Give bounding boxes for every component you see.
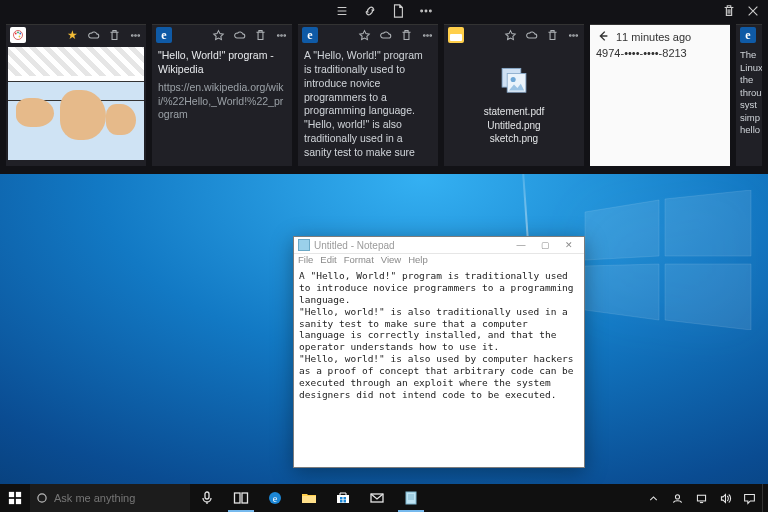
star-icon[interactable]: ★ [66, 29, 79, 42]
minimize-button[interactable]: — [510, 239, 532, 252]
notepad-title: Untitled - Notepad [314, 240, 395, 251]
svg-point-10 [19, 33, 21, 35]
edge-icon: e [302, 27, 318, 43]
svg-point-13 [135, 34, 137, 36]
svg-point-44 [675, 494, 679, 498]
svg-rect-40 [340, 500, 343, 503]
taskbar-mail[interactable] [360, 484, 394, 512]
svg-rect-43 [406, 492, 416, 504]
svg-point-4 [421, 10, 423, 12]
taskbar-edge[interactable]: e [258, 484, 292, 512]
svg-point-31 [38, 494, 46, 502]
tray-people-icon[interactable] [670, 491, 684, 505]
menu-help[interactable]: Help [408, 254, 428, 268]
star-icon[interactable] [358, 29, 371, 42]
star-icon[interactable] [504, 29, 517, 42]
taskbar: e [0, 484, 768, 512]
menu-edit[interactable]: Edit [320, 254, 336, 268]
timeline-card-recent[interactable]: 11 minutes ago 4974-••••-••••-8213 [590, 24, 730, 166]
star-icon[interactable] [212, 29, 225, 42]
svg-point-9 [17, 31, 19, 33]
timeline-card-wikipedia[interactable]: e "Hello, World!" program - Wikipedia ht… [152, 24, 292, 166]
tray-volume-icon[interactable] [718, 491, 732, 505]
delete-all-icon[interactable] [722, 4, 736, 18]
notepad-window[interactable]: Untitled - Notepad — ▢ ✕ File Edit Forma… [293, 236, 585, 468]
svg-rect-28 [16, 492, 21, 497]
svg-point-15 [277, 34, 279, 36]
timeline-cards: ★ e [0, 22, 768, 174]
edge-icon: e [156, 27, 172, 43]
delete-icon[interactable] [108, 29, 121, 42]
svg-point-17 [284, 34, 286, 36]
folder-icon [448, 27, 464, 43]
cloud-icon[interactable] [87, 29, 100, 42]
svg-marker-2 [585, 264, 659, 320]
mic-icon[interactable] [190, 484, 224, 512]
timeline-card-snippet[interactable]: e A "Hello, World!" program is tradition… [298, 24, 438, 166]
card-back-row: 11 minutes ago [590, 25, 730, 47]
notepad-titlebar[interactable]: Untitled - Notepad — ▢ ✕ [294, 237, 584, 254]
svg-rect-37 [302, 496, 316, 503]
tray-network-icon[interactable] [694, 491, 708, 505]
notepad-text[interactable]: A "Hello, World!" program is traditional… [294, 268, 584, 467]
close-timeline-icon[interactable] [746, 4, 760, 18]
wallpaper-windows-logo [575, 190, 755, 330]
card-more-icon[interactable] [567, 29, 580, 42]
new-doc-icon[interactable] [391, 4, 405, 18]
card-more-icon[interactable] [129, 29, 142, 42]
taskbar-explorer[interactable] [292, 484, 326, 512]
menu-format[interactable]: Format [344, 254, 374, 268]
taskview-button[interactable] [224, 484, 258, 512]
cortana-icon [36, 492, 48, 504]
close-button[interactable]: ✕ [558, 239, 580, 252]
svg-point-20 [430, 34, 432, 36]
menu-file[interactable]: File [298, 254, 313, 268]
svg-rect-29 [9, 499, 14, 504]
tray-chevron-icon[interactable] [646, 491, 660, 505]
svg-point-5 [425, 10, 427, 12]
svg-text:e: e [273, 493, 278, 504]
card-more-icon[interactable] [421, 29, 434, 42]
taskbar-store[interactable] [326, 484, 360, 512]
svg-rect-45 [697, 495, 705, 501]
menu-view[interactable]: View [381, 254, 401, 268]
notepad-icon [298, 239, 310, 251]
maximize-button[interactable]: ▢ [534, 239, 556, 252]
search-input[interactable] [54, 492, 174, 504]
svg-point-18 [423, 34, 425, 36]
show-desktop-button[interactable] [762, 484, 768, 512]
taskbar-search[interactable] [30, 484, 190, 512]
timeline-card-files[interactable]: statement.pdf Untitled.png sketch.png [444, 24, 584, 166]
timeline-card-paint[interactable]: ★ [6, 24, 146, 166]
more-icon[interactable] [419, 4, 433, 18]
timeline-toolbar [0, 0, 768, 22]
svg-rect-33 [235, 493, 241, 503]
card-more-icon[interactable] [275, 29, 288, 42]
list-icon[interactable] [335, 4, 349, 18]
cloud-icon[interactable] [525, 29, 538, 42]
start-button[interactable] [0, 484, 30, 512]
svg-rect-27 [9, 492, 14, 497]
card-time-ago: 11 minutes ago [616, 31, 691, 43]
card-file-list: statement.pdf Untitled.png sketch.png [484, 105, 545, 146]
tray-action-center-icon[interactable] [742, 491, 756, 505]
cloud-icon[interactable] [379, 29, 392, 42]
back-arrow-icon[interactable] [596, 29, 610, 45]
svg-point-22 [573, 34, 575, 36]
delete-icon[interactable] [400, 29, 413, 42]
taskbar-notepad[interactable] [394, 484, 428, 512]
svg-point-19 [427, 34, 429, 36]
timeline-card-overflow[interactable]: e The Linux the throu syst simp hello [736, 24, 762, 166]
delete-icon[interactable] [546, 29, 559, 42]
link-icon[interactable] [363, 4, 377, 18]
notepad-menubar: File Edit Format View Help [294, 254, 584, 268]
svg-marker-3 [665, 264, 751, 330]
cloud-icon[interactable] [233, 29, 246, 42]
card-snippet: A "Hello, World!" program is traditional… [298, 45, 438, 166]
svg-rect-30 [16, 499, 21, 504]
svg-point-21 [569, 34, 571, 36]
svg-rect-32 [205, 492, 209, 499]
svg-point-12 [131, 34, 133, 36]
delete-icon[interactable] [254, 29, 267, 42]
svg-point-23 [576, 34, 578, 36]
